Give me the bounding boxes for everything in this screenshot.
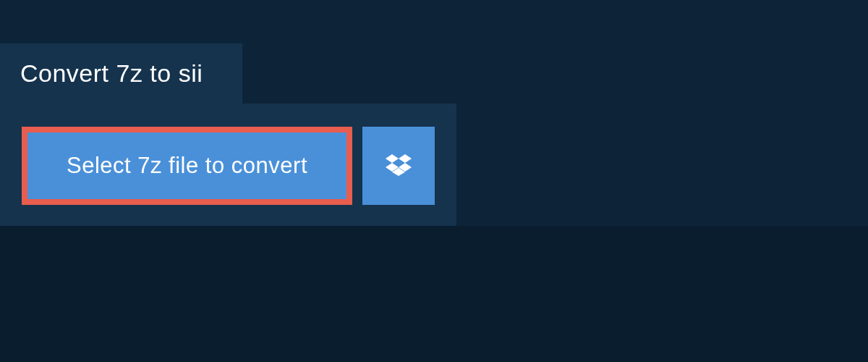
tab-convert[interactable]: Convert 7z to sii xyxy=(0,43,242,104)
dropbox-button[interactable] xyxy=(362,127,435,205)
tab-title: Convert 7z to sii xyxy=(20,59,203,87)
upload-panel: Select 7z file to convert xyxy=(0,104,456,230)
select-file-label: Select 7z file to convert xyxy=(67,153,307,179)
tab-container: Convert 7z to sii Select 7z file to conv… xyxy=(0,43,868,230)
select-file-button[interactable]: Select 7z file to convert xyxy=(22,127,352,205)
dropbox-icon xyxy=(386,152,412,180)
bottom-section xyxy=(0,226,868,362)
